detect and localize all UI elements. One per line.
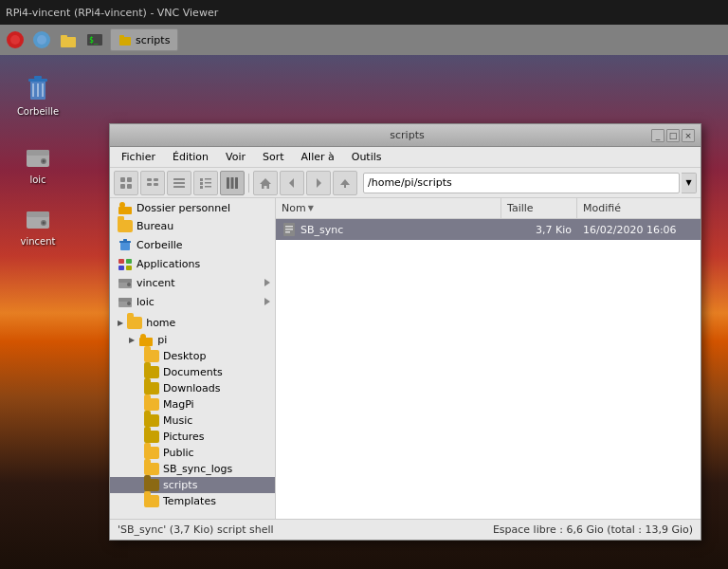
tree-pictures[interactable]: Pictures (110, 429, 275, 445)
bureau-folder-icon (118, 220, 133, 232)
tree-home-folder-icon (127, 317, 142, 329)
status-bar: 'SB_sync' (3,7 Kio) script shell Espace … (110, 519, 701, 540)
status-left: 'SB_sync' (3,7 Kio) script shell (118, 523, 274, 536)
sidebar-item-home[interactable]: Dossier personnel (110, 198, 275, 217)
menu-aller[interactable]: Aller à (294, 149, 342, 165)
tree-magpi[interactable]: MagPi (110, 396, 275, 413)
raspberry-pi-icon[interactable] (4, 28, 27, 51)
svg-rect-35 (200, 178, 203, 181)
column-view-button[interactable] (220, 171, 245, 195)
tree-music-label: Music (163, 414, 192, 427)
sidebar-item-applications[interactable]: Applications (110, 254, 275, 273)
menu-fichier[interactable]: Fichier (114, 149, 163, 165)
forward-button[interactable] (306, 171, 331, 195)
svg-point-64 (127, 302, 131, 305)
svg-rect-38 (205, 182, 211, 184)
minimize-button[interactable]: _ (651, 129, 664, 142)
desktop-icon-corbeille-label: Corbeille (17, 106, 59, 117)
svg-point-19 (43, 160, 46, 163)
window-titlebar: scripts _ □ × (110, 124, 701, 147)
tree-magpi-label: MagPi (163, 398, 194, 411)
file-manager-window: scripts _ □ × Fichier Édition Voir Sort … (109, 123, 701, 541)
tree-downloads-label: Downloads (163, 382, 220, 395)
tree-public-icon (144, 447, 159, 459)
tree-home[interactable]: ▶ home (110, 315, 275, 331)
svg-rect-9 (119, 35, 124, 38)
svg-marker-44 (260, 178, 271, 189)
menu-sort[interactable]: Sort (255, 149, 292, 165)
menu-voir[interactable]: Voir (218, 149, 253, 165)
svg-rect-57 (126, 266, 132, 270)
sort-arrow: ▼ (308, 204, 314, 212)
home-button[interactable] (253, 171, 278, 195)
svg-rect-27 (127, 184, 132, 189)
network-icon[interactable] (30, 28, 53, 51)
content-area: Dossier personnel Bureau Corbeille (110, 198, 701, 519)
col-modified[interactable]: Modifié (577, 198, 701, 218)
file-row-sb-sync[interactable]: SB_sync 3,7 Kio 16/02/2020 16:06 (276, 219, 701, 240)
tree-documents-icon (144, 366, 159, 378)
terminal-bar-icon[interactable]: $_ (83, 28, 106, 51)
tree-desktop[interactable]: Desktop (110, 348, 275, 364)
svg-marker-61 (264, 279, 270, 286)
icon-view-button[interactable] (114, 171, 138, 195)
svg-rect-56 (118, 266, 124, 270)
tree-music[interactable]: Music (110, 413, 275, 429)
tree-pictures-label: Pictures (163, 431, 205, 443)
tree-templates[interactable]: Templates (110, 493, 275, 509)
tree-downloads[interactable]: Downloads (110, 380, 275, 396)
svg-point-3 (37, 35, 46, 45)
file-list: SB_sync 3,7 Kio 16/02/2020 16:06 (276, 219, 701, 519)
svg-rect-30 (147, 183, 152, 186)
up-button[interactable] (333, 171, 357, 195)
menu-outils[interactable]: Outils (344, 149, 390, 165)
desktop-icon-loic[interactable]: loic (9, 142, 66, 185)
desktop-icon-corbeille[interactable]: Corbeille (9, 74, 66, 117)
tree-public[interactable]: Public (110, 445, 275, 461)
sidebar-item-loic-label: loic (136, 296, 155, 308)
menu-edition[interactable]: Édition (165, 149, 216, 165)
tree-downloads-icon (144, 382, 159, 395)
sidebar-item-bureau[interactable]: Bureau (110, 217, 275, 235)
svg-rect-11 (28, 79, 47, 82)
detail-view-button[interactable] (193, 171, 218, 195)
desktop-icon-vincent[interactable]: vincent (9, 204, 66, 247)
tree-scripts-label: scripts (163, 479, 197, 491)
svg-rect-69 (285, 226, 293, 228)
col-size[interactable]: Taille (501, 198, 577, 218)
svg-rect-41 (227, 177, 229, 189)
sidebar-item-corbeille-label: Corbeille (136, 239, 183, 251)
svg-marker-46 (317, 178, 321, 188)
scripts-taskbar-label: scripts (136, 34, 170, 46)
svg-point-60 (127, 283, 131, 286)
col-name[interactable]: Nom ▼ (276, 198, 501, 218)
desktop-bar: $_ scripts (0, 25, 728, 55)
sidebar-item-bureau-label: Bureau (136, 220, 173, 232)
location-path: /home/pi/scripts (368, 176, 452, 189)
tree-pi[interactable]: ▶ pi (110, 331, 275, 348)
folder-bar-icon[interactable] (57, 28, 80, 51)
back-button[interactable] (280, 171, 304, 195)
tree-templates-label: Templates (163, 495, 216, 507)
location-bar[interactable]: /home/pi/scripts (363, 173, 680, 193)
location-dropdown[interactable]: ▼ (682, 173, 697, 193)
svg-marker-65 (264, 298, 270, 305)
sidebar-item-loic[interactable]: loic (110, 292, 275, 311)
tree-sb-sync-logs-icon (144, 463, 159, 475)
taskbar: RPi4-vincent (RPi4-vincent) - VNC Viewer (0, 0, 728, 25)
file-pane-header: Nom ▼ Taille Modifié (276, 198, 701, 219)
list-view-button[interactable] (167, 171, 191, 195)
hdd-icon (23, 142, 53, 173)
sidebar-item-vincent[interactable]: vincent (110, 273, 275, 292)
maximize-button[interactable]: □ (666, 129, 680, 142)
tree-documents[interactable]: Documents (110, 364, 275, 380)
scripts-taskbar-button[interactable]: scripts (110, 28, 178, 51)
tree-arrow-pi: ▶ (129, 336, 135, 344)
sidebar-item-corbeille[interactable]: Corbeille (110, 235, 275, 254)
tree-home-label: home (146, 317, 175, 329)
tree-sb-sync-logs[interactable]: SB_sync_logs (110, 461, 275, 477)
compact-view-button[interactable] (140, 171, 165, 195)
close-button[interactable]: × (682, 129, 695, 142)
tree-scripts[interactable]: scripts (110, 477, 275, 493)
trash-icon (23, 74, 53, 104)
